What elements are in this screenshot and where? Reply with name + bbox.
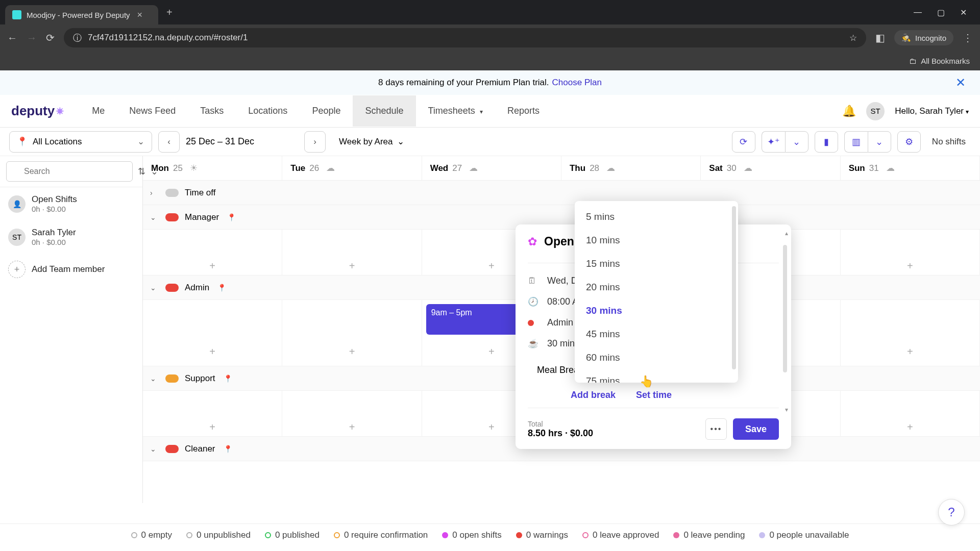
status-unpublished[interactable]: 0 unpublished: [186, 530, 251, 540]
settings-button[interactable]: ⚙: [897, 131, 921, 153]
shift-cell[interactable]: +: [282, 391, 422, 436]
nav-news-feed[interactable]: News Feed: [117, 95, 188, 127]
duration-option[interactable]: 15 mins: [575, 252, 738, 276]
duration-option[interactable]: 75 mins: [575, 369, 738, 383]
more-actions-button[interactable]: •••: [705, 418, 727, 440]
tab-close-icon[interactable]: ×: [135, 8, 145, 22]
close-window-icon[interactable]: ✕: [960, 8, 967, 17]
duration-option-selected[interactable]: 30 mins: [575, 299, 738, 322]
next-week-button[interactable]: ›: [304, 131, 326, 153]
status-open[interactable]: 0 open shifts: [442, 530, 501, 540]
add-team-member-button[interactable]: + Add Team member: [0, 254, 142, 285]
status-pending[interactable]: 0 leave pending: [673, 530, 745, 540]
scroll-down-icon[interactable]: ▾: [785, 406, 788, 413]
sidebar-item-sarah-tyler[interactable]: ST Sarah Tyler 0h · $0.00: [0, 220, 142, 254]
set-time-link[interactable]: Set time: [636, 390, 672, 400]
plus-icon[interactable]: +: [488, 421, 495, 433]
day-num: 31: [869, 163, 879, 173]
cloud-icon: ☁: [469, 163, 478, 173]
plus-icon[interactable]: +: [349, 260, 355, 272]
shift-cell[interactable]: +: [282, 300, 422, 366]
plus-icon[interactable]: +: [907, 260, 913, 272]
shift-cell[interactable]: +: [841, 300, 980, 366]
menu-icon[interactable]: ⋮: [963, 32, 973, 44]
nav-tasks[interactable]: Tasks: [188, 95, 236, 127]
day-header-sat: Sat30☁: [701, 156, 840, 180]
duration-option[interactable]: 45 mins: [575, 322, 738, 346]
duration-option[interactable]: 10 mins: [575, 229, 738, 252]
sidebar-item-open-shifts[interactable]: 👤 Open Shifts 0h · $0.00: [0, 187, 142, 220]
autofill-dropdown[interactable]: ⌄: [785, 131, 808, 153]
browser-tab[interactable]: Moodjoy - Powered By Deputy ×: [5, 5, 158, 24]
day-name: Sun: [849, 163, 865, 173]
reload-icon[interactable]: ⟳: [46, 32, 55, 44]
save-button[interactable]: Save: [733, 418, 779, 440]
site-info-icon[interactable]: ⓘ: [73, 32, 82, 44]
add-break-link[interactable]: Add break: [571, 390, 616, 400]
hello-user[interactable]: Hello, Sarah Tyler▾: [895, 106, 969, 116]
avatar[interactable]: ST: [866, 102, 885, 120]
notifications-icon[interactable]: 🔔: [842, 105, 856, 118]
duration-option[interactable]: 5 mins: [575, 205, 738, 229]
shift-cell[interactable]: +: [282, 230, 422, 275]
status-empty[interactable]: 0 empty: [131, 530, 172, 540]
side-panel-icon[interactable]: ◧: [875, 32, 885, 44]
stats-dropdown[interactable]: ⌄: [868, 131, 891, 153]
plus-icon[interactable]: +: [349, 421, 355, 433]
shift-cell[interactable]: +: [143, 391, 282, 436]
plus-icon[interactable]: +: [209, 421, 215, 433]
nav-timesheets[interactable]: Timesheets ▾: [416, 95, 495, 127]
status-warnings[interactable]: 0 warnings: [516, 530, 568, 540]
bookmark-star-icon[interactable]: ☆: [849, 33, 857, 43]
scroll-up-icon[interactable]: ▴: [785, 230, 788, 237]
nav-locations[interactable]: Locations: [236, 95, 300, 127]
date-range[interactable]: 25 Dec – 31 Dec: [186, 136, 298, 147]
copy-button[interactable]: ▮: [815, 131, 838, 153]
scrollbar[interactable]: [732, 206, 736, 369]
url-input[interactable]: ⓘ 7cf47d19112152.na.deputy.com/#roster/1…: [64, 28, 866, 47]
deputy-logo[interactable]: deputy✷: [11, 103, 64, 119]
shift-cell[interactable]: +: [143, 300, 282, 366]
view-selector[interactable]: Week by Area ⌄: [332, 131, 411, 153]
shift-cell[interactable]: +: [841, 391, 980, 436]
banner-close-icon[interactable]: ✕: [955, 76, 966, 90]
duration-option[interactable]: 20 mins: [575, 276, 738, 299]
scrollbar[interactable]: [783, 245, 787, 372]
choose-plan-link[interactable]: Choose Plan: [552, 78, 602, 88]
refresh-button[interactable]: ⟳: [732, 131, 755, 153]
day-name: Wed: [430, 163, 449, 173]
help-button[interactable]: ?: [938, 499, 965, 525]
maximize-icon[interactable]: ▢: [937, 8, 945, 17]
nav-schedule[interactable]: Schedule: [353, 95, 415, 127]
folder-icon: 🗀: [909, 57, 917, 65]
plus-icon[interactable]: +: [907, 346, 913, 358]
status-unavailable[interactable]: 0 people unavailable: [759, 530, 849, 540]
shift-cell[interactable]: +: [841, 230, 980, 275]
duration-option[interactable]: 60 mins: [575, 346, 738, 369]
plus-icon[interactable]: +: [209, 260, 215, 272]
stats-button[interactable]: ▥: [844, 131, 868, 153]
plus-icon[interactable]: +: [209, 346, 215, 358]
all-bookmarks-link[interactable]: All Bookmarks: [921, 57, 970, 65]
plus-icon[interactable]: +: [488, 260, 495, 272]
back-icon[interactable]: ←: [7, 32, 17, 44]
autofill-button[interactable]: ✦⁺: [762, 131, 785, 153]
prev-week-button[interactable]: ‹: [158, 131, 180, 153]
status-published[interactable]: 0 published: [265, 530, 320, 540]
new-tab-icon[interactable]: +: [164, 5, 175, 20]
nav-people[interactable]: People: [300, 95, 353, 127]
search-input[interactable]: [6, 161, 133, 182]
status-confirm[interactable]: 0 require confirmation: [334, 530, 428, 540]
section-time-off[interactable]: ›Time off: [143, 181, 980, 205]
minimize-icon[interactable]: —: [914, 8, 922, 17]
status-approved[interactable]: 0 leave approved: [582, 530, 659, 540]
nav-reports[interactable]: Reports: [495, 95, 552, 127]
plus-icon[interactable]: +: [488, 346, 495, 358]
location-dropdown[interactable]: 📍 All Locations ⌄: [9, 131, 152, 153]
pin-icon: 📍: [224, 445, 232, 453]
plus-icon[interactable]: +: [349, 346, 355, 358]
nav-me[interactable]: Me: [80, 95, 117, 127]
shift-cell[interactable]: +: [143, 230, 282, 275]
sidebar-item-sub: 0h · $0.00: [32, 238, 76, 246]
plus-icon[interactable]: +: [907, 421, 913, 433]
